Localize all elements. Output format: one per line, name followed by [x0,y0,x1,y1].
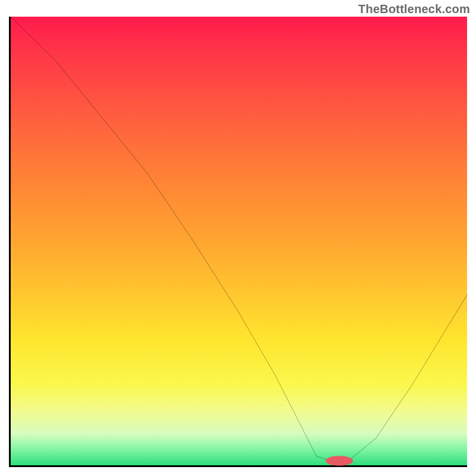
bottleneck-curve-path [11,17,467,461]
curve-layer [11,17,467,465]
watermark-text: TheBottleneck.com [358,2,470,16]
plot-area [9,17,467,467]
optimal-marker [325,456,353,466]
chart-canvas: TheBottleneck.com [0,0,476,476]
